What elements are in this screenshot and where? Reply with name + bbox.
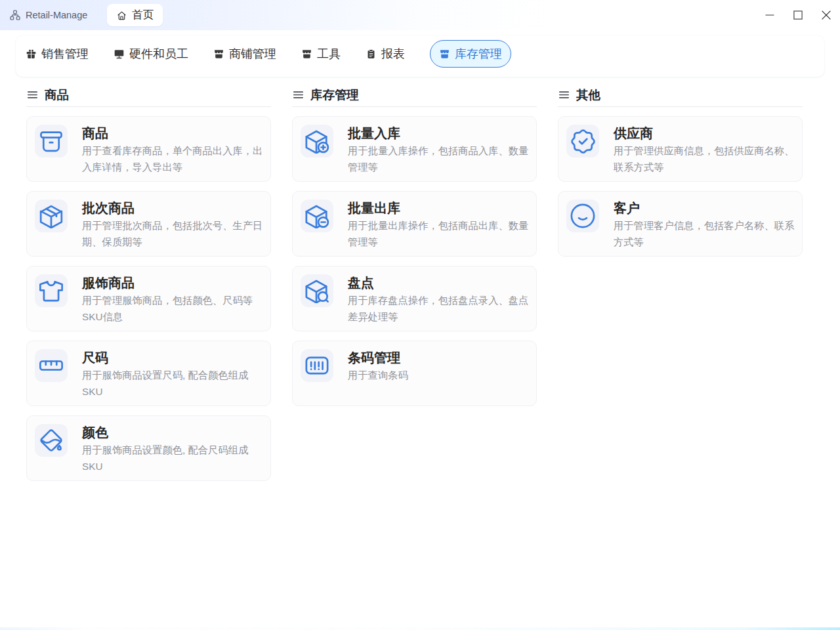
monitor-icon [114,49,125,60]
card-text: 颜色用于服饰商品设置颜色, 配合尺码组成SKU [82,416,266,480]
column-title: 库存管理 [310,87,359,103]
column-others: 其他供应商用于管理供应商信息，包括供应商名称、联系方式等客户用于管理客户信息，包… [558,87,803,481]
card-title: 盘点 [348,276,532,290]
nav-tab-label: 工具 [317,46,341,62]
color-swatch-icon [35,424,68,457]
column-header-inventory: 库存管理 [292,87,537,102]
nav-tab-hardware-staff[interactable]: 硬件和员工 [114,46,188,62]
barcode-icon [301,349,333,382]
card-text: 批次商品用于管理批次商品，包括批次号、生产日期、保质期等 [82,192,266,256]
nav-tab-reports[interactable]: 报表 [366,46,405,62]
column-header-others: 其他 [558,87,803,102]
card-description: 用于批量出库操作，包括商品出库、数量管理等 [348,217,532,250]
home-icon [116,10,127,21]
window-controls [755,0,840,30]
card-text: 服饰商品用于管理服饰商品，包括颜色、尺码等SKU信息 [82,266,266,331]
card-stocktake[interactable]: 盘点用于库存盘点操作，包括盘点录入、盘点差异处理等 [292,266,537,331]
cube-minus-icon [301,200,333,232]
card-description: 用于库存盘点操作，包括盘点录入、盘点差异处理等 [348,292,532,325]
card-text: 供应商用于管理供应商信息，包括供应商名称、联系方式等 [614,117,798,181]
card-description: 用于服饰商品设置尺码, 配合颜色组成SKU [82,367,266,400]
archive-box-icon [35,125,68,158]
column-divider [558,106,803,107]
nav-tab-tools[interactable]: 工具 [301,46,341,62]
home-tab-label: 首页 [132,8,154,22]
card-batch-goods[interactable]: 批次商品用于管理批次商品，包括批次号、生产日期、保质期等 [26,191,271,257]
card-bulk-inbound[interactable]: 批量入库用于批量入库操作，包括商品入库、数量管理等 [292,116,537,182]
card-description: 用于管理服饰商品，包括颜色、尺码等SKU信息 [82,292,266,325]
nav-tab-label: 库存管理 [455,46,502,62]
package-icon [35,200,68,232]
column-divider [292,106,537,107]
cube-plus-icon [301,125,333,158]
nav-bar: 销售管理硬件和员工商铺管理工具报表库存管理 [16,35,824,77]
clipboard-icon [366,49,377,60]
menu-icon [558,89,570,101]
card-text: 批量入库用于批量入库操作，包括商品入库、数量管理等 [348,117,532,181]
column-title: 其他 [576,87,600,103]
card-apparel-goods[interactable]: 服饰商品用于管理服饰商品，包括颜色、尺码等SKU信息 [26,266,271,331]
card-title: 批量出库 [348,201,532,215]
sitemap-icon [9,9,21,21]
nav-tab-label: 商铺管理 [229,46,276,62]
card-title: 客户 [614,201,798,215]
titlebar: Retail-Manage 首页 [0,0,840,30]
menu-icon [292,89,304,101]
card-size[interactable]: 尺码用于服饰商品设置尺码, 配合颜色组成SKU [26,341,271,406]
card-title: 条码管理 [348,351,532,365]
gift-icon [26,49,37,60]
nav-tab-label: 报表 [381,46,405,62]
card-title: 批量入库 [348,127,532,140]
card-text: 条码管理用于查询条码 [348,341,532,406]
tshirt-icon [35,274,68,307]
card-goods[interactable]: 商品用于查看库存商品，单个商品出入库，出入库详情，导入导出等 [26,116,271,182]
storefront-icon [301,49,312,60]
card-title: 颜色 [82,426,266,440]
content: 商品商品用于查看库存商品，单个商品出入库，出入库详情，导入导出等批次商品用于管理… [0,77,840,481]
card-text: 商品用于查看库存商品，单个商品出入库，出入库详情，导入导出等 [82,117,266,181]
smile-icon [566,200,599,232]
card-color[interactable]: 颜色用于服饰商品设置颜色, 配合尺码组成SKU [26,415,271,481]
home-tab[interactable]: 首页 [107,4,163,26]
nav-tab-shop[interactable]: 商铺管理 [213,46,276,62]
card-title: 供应商 [614,127,798,140]
menu-icon [26,89,39,101]
card-text: 客户用于管理客户信息，包括客户名称、联系方式等 [614,192,798,256]
ruler-icon [35,349,68,382]
column-goods: 商品商品用于查看库存商品，单个商品出入库，出入库详情，导入导出等批次商品用于管理… [26,87,271,481]
maximize-button[interactable] [784,0,812,30]
card-description: 用于管理批次商品，包括批次号、生产日期、保质期等 [82,217,266,250]
card-title: 批次商品 [82,201,266,215]
card-customer[interactable]: 客户用于管理客户信息，包括客户名称、联系方式等 [558,191,803,257]
nav-tab-inventory[interactable]: 库存管理 [430,40,511,68]
card-bulk-outbound[interactable]: 批量出库用于批量出库操作，包括商品出库、数量管理等 [292,191,537,257]
app-title: Retail-Manage [26,10,87,20]
column-inventory: 库存管理批量入库用于批量入库操作，包括商品入库、数量管理等批量出库用于批量出库操… [292,87,537,481]
card-barcode[interactable]: 条码管理用于查询条码 [292,341,537,406]
card-title: 商品 [82,127,266,140]
card-description: 用于批量入库操作，包括商品入库、数量管理等 [348,142,532,175]
column-title: 商品 [45,87,69,103]
nav-tab-label: 销售管理 [41,46,89,62]
card-supplier[interactable]: 供应商用于管理供应商信息，包括供应商名称、联系方式等 [558,116,803,182]
card-title: 服饰商品 [82,276,266,290]
cube-search-icon [301,274,333,307]
card-description: 用于管理客户信息，包括客户名称、联系方式等 [614,217,798,250]
column-header-goods: 商品 [26,87,271,102]
card-text: 盘点用于库存盘点操作，包括盘点录入、盘点差异处理等 [348,266,532,331]
nav-tab-sales[interactable]: 销售管理 [26,46,89,62]
storefront-icon [213,49,224,60]
card-text: 批量出库用于批量出库操作，包括商品出库、数量管理等 [348,192,532,256]
card-text: 尺码用于服饰商品设置尺码, 配合颜色组成SKU [82,341,266,406]
badge-check-icon [566,125,599,158]
minimize-button[interactable] [755,0,784,30]
window-bottom-edge [0,627,840,630]
card-description: 用于管理供应商信息，包括供应商名称、联系方式等 [614,142,798,175]
close-button[interactable] [812,0,840,30]
card-title: 尺码 [82,351,266,365]
storefront-icon [439,49,450,60]
card-description: 用于服饰商品设置颜色, 配合尺码组成SKU [82,442,266,474]
column-divider [26,106,271,107]
card-description: 用于查询条码 [348,367,532,383]
nav-tab-label: 硬件和员工 [129,46,188,62]
